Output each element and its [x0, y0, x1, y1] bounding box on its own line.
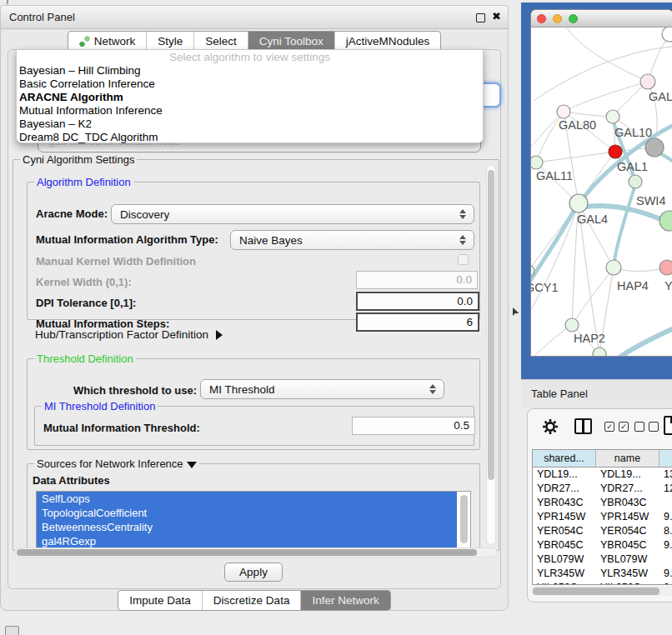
- attribute-item-selected[interactable]: TopologicalCoefficient: [37, 506, 457, 520]
- attribute-item-selected[interactable]: BetweennessCentrality: [37, 520, 457, 534]
- network-node-hap2[interactable]: [565, 318, 579, 332]
- float-window-icon[interactable]: [476, 13, 485, 22]
- table-cell: [659, 496, 672, 510]
- tab-network[interactable]: Network: [68, 32, 147, 51]
- network-icon: [79, 36, 90, 48]
- table-horizontal-scrollbar[interactable]: [531, 586, 672, 596]
- network-node[interactable]: [662, 28, 672, 42]
- table-row[interactable]: YDR27...YDR27...12: [533, 482, 672, 496]
- table-cell: YIL052C: [533, 581, 596, 585]
- table-row[interactable]: YLR345WYLR345W9.: [533, 567, 672, 581]
- network-node-gal[interactable]: [640, 74, 655, 89]
- which-threshold-combo[interactable]: MI Threshold: [200, 379, 444, 399]
- data-attributes-list[interactable]: SelfLoopsTopologicalCoefficientBetweenne…: [36, 491, 471, 551]
- table-cell: YBR045C: [533, 538, 596, 552]
- algorithm-option[interactable]: Dream8 DC_TDC Algorithm: [17, 131, 483, 144]
- table-row[interactable]: YBR045CYBR045C9.: [533, 538, 672, 552]
- table-cell: YBL079W: [533, 552, 596, 567]
- network-node-hap4[interactable]: [606, 260, 621, 275]
- table-row[interactable]: YER054CYER054C8.: [533, 524, 672, 538]
- network-window-titlebar[interactable]: [531, 10, 672, 28]
- column-header[interactable]: name: [596, 450, 659, 468]
- tab-jactivemnodules[interactable]: jActiveMNodules: [334, 32, 441, 51]
- mi-type-combo[interactable]: Naive Bayes: [230, 230, 474, 250]
- table-cell: YDL19...: [596, 468, 659, 482]
- apply-button[interactable]: Apply: [224, 562, 283, 582]
- kernel-width-field[interactable]: 0.0: [356, 271, 478, 289]
- attribute-item-selected[interactable]: gal4RGexp: [37, 534, 457, 548]
- tab-label: Style: [158, 32, 183, 51]
- column-header[interactable]: A: [659, 450, 672, 468]
- tab-discretize-data[interactable]: Discretize Data: [202, 591, 301, 610]
- network-node[interactable]: [593, 348, 606, 356]
- network-node-gal80[interactable]: [557, 105, 570, 118]
- network-graph[interactable]: GALGAL80GAL10GAL1GAL11GAL4SWI4GCY1HAP4YH…: [531, 28, 672, 356]
- table-row[interactable]: YBL079WYBL079W: [533, 552, 672, 567]
- column-header[interactable]: shared...: [533, 450, 596, 468]
- checked-checkboxes-icon[interactable]: ✓✓: [604, 422, 629, 432]
- attribute-item-selected[interactable]: SelfLoops: [37, 492, 457, 506]
- gear-icon[interactable]: [541, 418, 559, 438]
- network-node[interactable]: [629, 175, 642, 188]
- algorithm-option[interactable]: ARACNE Algorithm: [17, 91, 483, 104]
- network-node-gal11[interactable]: [531, 156, 543, 169]
- network-node-gal4[interactable]: [569, 194, 588, 212]
- network-node[interactable]: [645, 138, 664, 157]
- sources-legend[interactable]: Sources for Network Inference: [34, 458, 199, 470]
- tab-label: Discretize Data: [213, 591, 290, 610]
- tab-style[interactable]: Style: [146, 32, 193, 51]
- network-canvas[interactable]: GALGAL80GAL10GAL1GAL11GAL4SWI4GCY1HAP4YH…: [531, 28, 672, 356]
- hub-definition-expander[interactable]: Hub/Transcription Factor Definition: [35, 328, 223, 341]
- close-icon[interactable]: ✖: [492, 10, 501, 22]
- which-threshold-label: Which threshold to use:: [73, 384, 197, 397]
- mouse-cursor: [513, 307, 519, 319]
- control-panel-titlebar[interactable]: Control Panel ✖: [1, 6, 508, 29]
- mi-threshold-field[interactable]: 0.5: [352, 417, 475, 435]
- aracne-mode-combo[interactable]: Discovery: [111, 204, 474, 224]
- node-label: GAL1: [617, 160, 648, 173]
- close-traffic-light-icon[interactable]: [537, 14, 546, 23]
- cyni-bottom-tabs: Impute DataDiscretize DataInfer Network: [1, 590, 508, 611]
- tab-label: Infer Network: [312, 591, 379, 610]
- table-cell: YBL079W: [596, 552, 659, 567]
- network-node-swi4[interactable]: [659, 211, 672, 231]
- algorithm-dropdown-placeholder: Select algorithm to view settings: [17, 50, 483, 64]
- network-view-window[interactable]: GALGAL80GAL10GAL1GAL11GAL4SWI4GCY1HAP4YH…: [531, 10, 672, 356]
- table-row[interactable]: YIL052CYIL052C9.: [533, 581, 672, 585]
- manual-kernel-label: Manual Kernel Width Definition: [36, 255, 196, 268]
- algorithm-option[interactable]: Bayesian – K2: [17, 118, 483, 131]
- algorithm-option[interactable]: Mutual Information Inference: [17, 104, 483, 118]
- table-row[interactable]: YPR145WYPR145W9.: [533, 510, 672, 524]
- node-table[interactable]: shared...nameA YDL19...YDL19...13YDR27..…: [532, 449, 672, 585]
- zoom-traffic-light-icon[interactable]: [569, 14, 578, 23]
- tab-select[interactable]: Select: [193, 32, 248, 51]
- table-row[interactable]: YDL19...YDL19...13: [533, 468, 672, 482]
- algorithm-option[interactable]: Bayesian – Hill Climbing: [17, 64, 483, 78]
- document-icon[interactable]: [664, 416, 672, 435]
- network-node-gal10[interactable]: [606, 110, 619, 123]
- settings-horizontal-scrollbar[interactable]: [14, 548, 498, 558]
- collapsed-panel-icon[interactable]: [5, 626, 19, 635]
- manual-kernel-checkbox[interactable]: [458, 254, 469, 265]
- split-columns-icon[interactable]: [574, 418, 592, 434]
- network-node-y[interactable]: [659, 260, 672, 275]
- tab-infer-network[interactable]: Infer Network: [300, 591, 389, 610]
- mi-steps-field[interactable]: 6: [356, 312, 479, 332]
- unchecked-checkboxes-icon[interactable]: [634, 422, 659, 432]
- algorithm-option[interactable]: Basic Correlation Inference: [17, 78, 483, 91]
- dpi-tolerance-field[interactable]: 0.0: [356, 292, 479, 311]
- settings-vertical-scrollbar[interactable]: [486, 165, 496, 545]
- algorithm-dropdown: Select algorithm to view settings Bayesi…: [16, 49, 484, 143]
- table-row[interactable]: YBR043CYBR043C: [533, 496, 672, 510]
- data-attributes-label: Data Attributes: [33, 474, 110, 487]
- tab-impute-data[interactable]: Impute Data: [118, 591, 202, 610]
- tab-label: Impute Data: [129, 591, 191, 610]
- minimize-traffic-light-icon[interactable]: [553, 14, 562, 23]
- table-cell: YER054C: [533, 524, 596, 538]
- tab-cyni-toolbox[interactable]: Cyni Toolbox: [248, 32, 334, 51]
- table-cell: 9.: [659, 538, 672, 552]
- network-node-gal1[interactable]: [609, 145, 622, 158]
- kernel-width-label: Kernel Width (0,1):: [36, 276, 132, 288]
- list-scrollbar[interactable]: [460, 495, 468, 543]
- network-desktop: GALGAL80GAL10GAL1GAL11GAL4SWI4GCY1HAP4YH…: [521, 2, 672, 379]
